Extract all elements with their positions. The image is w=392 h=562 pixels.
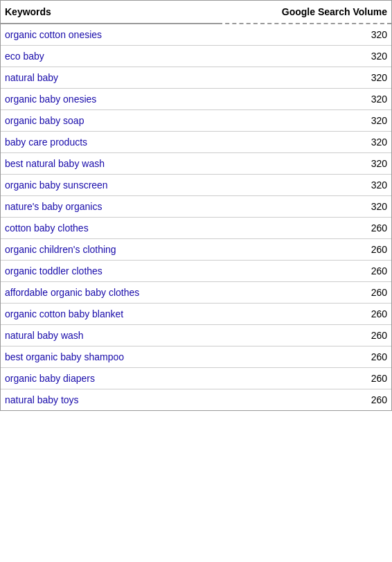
keyword-cell[interactable]: baby care products [1, 132, 218, 153]
keyword-cell[interactable]: best organic baby shampoo [1, 346, 218, 368]
volume-cell: 320 [218, 89, 391, 110]
volume-cell: 320 [218, 110, 391, 132]
volume-cell: 260 [218, 368, 391, 389]
volume-cell: 260 [218, 304, 391, 325]
keyword-cell[interactable]: organic children's clothing [1, 239, 218, 261]
keyword-cell[interactable]: organic cotton baby blanket [1, 304, 218, 325]
table-row: natural baby320 [1, 67, 391, 89]
keyword-cell[interactable]: organic baby onesies [1, 89, 218, 110]
table-header-row: Keywords Google Search Volume [1, 1, 391, 24]
keyword-cell[interactable]: best natural baby wash [1, 153, 218, 175]
header-volume: Google Search Volume [218, 1, 391, 24]
table-row: natural baby wash260 [1, 325, 391, 346]
volume-cell: 320 [218, 196, 391, 218]
keyword-cell[interactable]: cotton baby clothes [1, 218, 218, 239]
table-row: organic baby soap320 [1, 110, 391, 132]
table-row: organic children's clothing260 [1, 239, 391, 261]
volume-cell: 320 [218, 24, 391, 46]
table-row: affordable organic baby clothes260 [1, 282, 391, 304]
keyword-cell[interactable]: eco baby [1, 46, 218, 67]
table-row: organic cotton baby blanket260 [1, 304, 391, 325]
header-keyword: Keywords [1, 1, 218, 24]
table-row: organic toddler clothes260 [1, 261, 391, 282]
table-row: nature's baby organics320 [1, 196, 391, 218]
keyword-cell[interactable]: natural baby [1, 67, 218, 89]
volume-cell: 260 [218, 282, 391, 304]
volume-cell: 260 [218, 325, 391, 346]
keyword-cell[interactable]: organic baby sunscreen [1, 175, 218, 196]
volume-cell: 260 [218, 239, 391, 261]
table-row: organic baby sunscreen320 [1, 175, 391, 196]
volume-cell: 260 [218, 261, 391, 282]
volume-cell: 320 [218, 46, 391, 67]
table-row: organic baby diapers260 [1, 368, 391, 389]
keyword-cell[interactable]: natural baby toys [1, 389, 218, 411]
keyword-cell[interactable]: organic baby soap [1, 110, 218, 132]
keyword-table: Keywords Google Search Volume organic co… [1, 1, 391, 410]
volume-cell: 320 [218, 132, 391, 153]
keyword-cell[interactable]: affordable organic baby clothes [1, 282, 218, 304]
volume-cell: 320 [218, 67, 391, 89]
table-row: cotton baby clothes260 [1, 218, 391, 239]
volume-cell: 320 [218, 153, 391, 175]
keyword-cell[interactable]: organic toddler clothes [1, 261, 218, 282]
keyword-cell[interactable]: organic cotton onesies [1, 24, 218, 46]
table-row: natural baby toys260 [1, 389, 391, 411]
table-row: organic cotton onesies320 [1, 24, 391, 46]
keyword-cell[interactable]: nature's baby organics [1, 196, 218, 218]
table-row: organic baby onesies320 [1, 89, 391, 110]
volume-cell: 320 [218, 175, 391, 196]
volume-cell: 260 [218, 218, 391, 239]
volume-cell: 260 [218, 346, 391, 368]
keyword-cell[interactable]: organic baby diapers [1, 368, 218, 389]
table-row: baby care products320 [1, 132, 391, 153]
table-row: best organic baby shampoo260 [1, 346, 391, 368]
table-body: organic cotton onesies320eco baby320natu… [1, 24, 391, 410]
volume-cell: 260 [218, 389, 391, 411]
keyword-table-container: Keywords Google Search Volume organic co… [0, 0, 392, 411]
keyword-cell[interactable]: natural baby wash [1, 325, 218, 346]
table-row: best natural baby wash320 [1, 153, 391, 175]
table-row: eco baby320 [1, 46, 391, 67]
